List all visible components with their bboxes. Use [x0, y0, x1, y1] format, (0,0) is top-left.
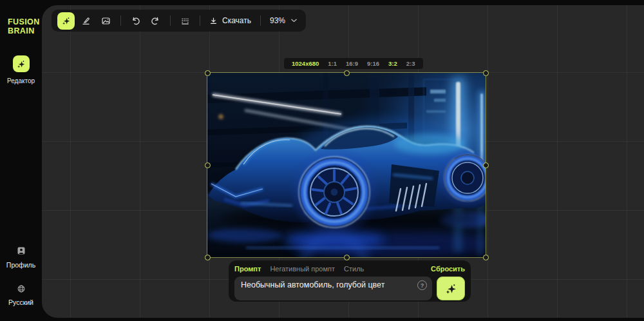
sidebar-item-editor[interactable]: Редактор	[0, 55, 42, 84]
download-icon	[209, 17, 218, 25]
prompt-text-value: Необычный автомобиль, голубой цвет	[241, 280, 384, 289]
profile-label: Профиль	[6, 261, 35, 269]
selection-handle-top-left[interactable]	[205, 70, 211, 76]
selection-handle-top-right[interactable]	[483, 70, 489, 76]
redo-button[interactable]	[147, 12, 164, 30]
resolution-value: 1024x680	[287, 58, 323, 69]
tab-negative-prompt[interactable]: Негативный промпт	[270, 265, 335, 273]
zoom-dropdown[interactable]: 93%	[265, 16, 301, 25]
app-window: FUSIONBRAIN Редактор Профиль	[0, 0, 644, 321]
toolbar-divider	[260, 15, 261, 26]
sparkles-icon	[16, 59, 26, 69]
logo-line2: BRAIN	[8, 26, 35, 35]
undo-button[interactable]	[127, 12, 144, 30]
sidebar: FUSIONBRAIN Редактор Профиль	[0, 0, 42, 321]
info-icon[interactable]: ?	[417, 280, 427, 290]
prompt-tabs: Промпт Негативный промпт Стиль Сбросить	[234, 265, 465, 273]
selection-handle-bottom-right[interactable]	[483, 255, 489, 260]
selection-handle-bottom-middle[interactable]	[344, 255, 350, 260]
prompt-panel: Промпт Негативный промпт Стиль Сбросить …	[229, 260, 471, 302]
ratio-9-16[interactable]: 9:16	[363, 58, 384, 69]
editor-label: Редактор	[7, 77, 35, 84]
toolbar-divider	[200, 15, 200, 26]
pixel-grid-button[interactable]	[176, 12, 194, 30]
prompt-input[interactable]: Необычный автомобиль, голубой цвет ?	[234, 277, 432, 300]
zoom-value: 93%	[270, 16, 285, 25]
tab-style[interactable]: Стиль	[344, 265, 364, 273]
sparkles-icon	[61, 16, 71, 26]
pixel-grid-icon	[180, 16, 190, 26]
app-logo: FUSIONBRAIN	[8, 17, 40, 35]
image-icon	[101, 16, 111, 26]
toolbar-divider	[120, 15, 121, 26]
download-label: Скачать	[222, 16, 251, 25]
ratio-16-9[interactable]: 16:9	[341, 58, 363, 69]
image-tool-button[interactable]	[97, 12, 115, 30]
reset-button[interactable]: Сбросить	[431, 265, 465, 273]
undo-icon	[131, 16, 140, 26]
editor-button[interactable]	[13, 55, 30, 72]
selection-handle-bottom-left[interactable]	[205, 255, 211, 260]
ratio-3-2-selected[interactable]: 3:2	[384, 58, 402, 69]
sparkles-icon	[444, 282, 457, 295]
ratio-1-1[interactable]: 1:1	[323, 58, 341, 69]
sidebar-item-profile[interactable]: Профиль	[0, 246, 42, 269]
generate-tool-button[interactable]	[57, 12, 75, 30]
aspect-ratio-bar: 1024x680 1:1 16:9 9:16 3:2 2:3	[284, 58, 423, 69]
redo-icon	[151, 16, 160, 26]
download-button[interactable]: Скачать	[205, 16, 256, 25]
tab-prompt[interactable]: Промпт	[234, 265, 261, 273]
eraser-icon	[81, 16, 91, 26]
logo-line1: FUSION	[8, 17, 40, 26]
ratio-2-3[interactable]: 2:3	[402, 58, 420, 69]
globe-icon	[17, 284, 26, 293]
neon-car-artwork	[207, 73, 486, 257]
toolbar-divider	[170, 15, 171, 26]
eraser-tool-button[interactable]	[77, 12, 95, 30]
profile-icon	[16, 246, 26, 256]
generate-button[interactable]	[437, 277, 465, 300]
selection-handle-middle-right[interactable]	[483, 162, 489, 168]
generated-image[interactable]	[207, 73, 486, 257]
toolbar: Скачать 93%	[52, 10, 306, 32]
selection-handle-middle-left[interactable]	[205, 162, 211, 168]
selection-handle-top-middle[interactable]	[344, 70, 350, 76]
language-label: Русский	[8, 298, 33, 306]
chevron-down-icon	[291, 19, 297, 23]
sidebar-item-language[interactable]: Русский	[0, 284, 42, 306]
